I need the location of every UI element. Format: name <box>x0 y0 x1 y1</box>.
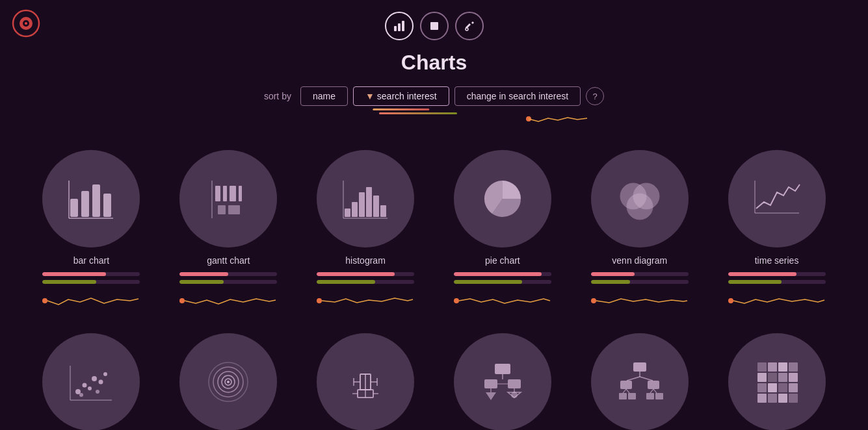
svg-point-37 <box>83 383 87 388</box>
gantt-chart-sparkline <box>179 288 277 314</box>
svg-rect-25 <box>359 192 365 217</box>
svg-line-81 <box>650 389 653 393</box>
pie-chart-sparkline <box>454 288 551 314</box>
heat-map-item[interactable]: heat map <box>711 333 842 430</box>
charts-grid-row2: scatter plot contour line <box>0 333 868 430</box>
svg-rect-13 <box>103 194 111 217</box>
gantt-chart-icon <box>179 150 277 247</box>
time-series-item[interactable]: time series <box>711 150 842 327</box>
decision-tree-icon <box>591 333 689 430</box>
svg-rect-94 <box>789 373 798 382</box>
svg-rect-89 <box>778 362 787 372</box>
decision-tree-item[interactable]: decision tree <box>574 333 705 430</box>
box-plot-item[interactable]: box plot <box>300 333 431 430</box>
svg-rect-17 <box>215 186 220 201</box>
svg-rect-77 <box>620 381 632 389</box>
svg-rect-27 <box>373 196 379 217</box>
block-diagram-icon <box>454 333 551 430</box>
svg-point-33 <box>627 194 653 220</box>
svg-rect-84 <box>628 393 636 399</box>
help-button[interactable]: ? <box>586 87 604 105</box>
histogram-interest-bar <box>317 272 414 276</box>
svg-rect-22 <box>228 205 240 214</box>
time-series-sparkline <box>728 288 826 314</box>
venn-diagram-label: venn diagram <box>612 255 667 266</box>
svg-rect-23 <box>345 209 350 217</box>
svg-rect-24 <box>352 202 358 217</box>
bar-chart-sparkline <box>42 288 140 314</box>
svg-rect-21 <box>218 205 226 214</box>
svg-line-80 <box>626 389 629 393</box>
venn-diagram-item[interactable]: venn diagram <box>574 150 705 327</box>
pie-chart-icon <box>454 150 551 247</box>
contour-line-item[interactable]: contour line <box>163 333 294 430</box>
venn-diagram-interest-bar <box>591 272 689 276</box>
time-series-icon <box>728 150 826 247</box>
svg-rect-10 <box>70 199 78 217</box>
sort-bar: sort by name ▼search interest change in … <box>0 86 868 106</box>
svg-point-3 <box>25 22 27 25</box>
contour-line-icon <box>179 333 277 430</box>
charts-grid-row1: bar chart gantt chart <box>0 150 868 327</box>
svg-rect-26 <box>366 187 372 217</box>
bar-chart-icon <box>42 150 140 247</box>
svg-rect-101 <box>778 394 787 403</box>
block-diagram-item[interactable]: block diagram <box>437 333 568 430</box>
page-title: Charts <box>0 51 868 75</box>
gantt-chart-green-bar <box>179 280 277 284</box>
svg-rect-5 <box>398 23 401 31</box>
venn-diagram-green-bar <box>591 280 689 284</box>
svg-rect-85 <box>646 393 654 399</box>
svg-rect-95 <box>757 383 767 392</box>
gantt-chart-item[interactable]: gantt chart <box>163 150 294 327</box>
histogram-icon <box>317 150 414 247</box>
svg-rect-90 <box>789 362 798 372</box>
svg-rect-92 <box>768 373 777 382</box>
svg-point-40 <box>99 380 103 385</box>
venn-diagram-sparkline <box>591 288 689 314</box>
scatter-plot-icon <box>42 333 140 430</box>
time-series-label: time series <box>755 255 799 266</box>
svg-rect-97 <box>778 383 787 392</box>
svg-point-51 <box>227 381 230 383</box>
sort-search-interest-button[interactable]: ▼search interest <box>353 86 449 106</box>
box-plot-icon <box>317 333 414 430</box>
nav-stop-button[interactable] <box>420 12 449 40</box>
bar-chart-label: bar chart <box>73 255 109 266</box>
svg-point-36 <box>75 389 81 394</box>
gantt-chart-label: gantt chart <box>207 255 250 266</box>
svg-rect-7 <box>430 22 438 30</box>
sort-change-button[interactable]: change in search interest <box>454 86 581 106</box>
pie-chart-interest-bar <box>454 272 551 276</box>
svg-rect-87 <box>757 362 767 372</box>
time-series-interest-bar <box>728 272 826 276</box>
svg-rect-19 <box>230 186 236 201</box>
svg-rect-100 <box>768 394 777 403</box>
svg-rect-91 <box>757 373 767 382</box>
svg-rect-93 <box>778 373 787 382</box>
svg-line-76 <box>640 377 653 381</box>
svg-rect-78 <box>648 381 659 389</box>
scatter-plot-item[interactable]: scatter plot <box>26 333 157 430</box>
histogram-item[interactable]: histogram <box>300 150 431 327</box>
svg-rect-73 <box>633 362 646 372</box>
svg-point-38 <box>88 386 92 390</box>
svg-point-43 <box>96 390 99 394</box>
svg-rect-4 <box>394 26 397 31</box>
sort-name-button[interactable]: name <box>300 86 348 106</box>
heat-map-icon <box>728 333 826 430</box>
histogram-label: histogram <box>345 255 385 266</box>
bar-chart-item[interactable]: bar chart <box>26 150 157 327</box>
svg-rect-6 <box>402 21 404 31</box>
svg-rect-12 <box>92 184 100 217</box>
svg-rect-99 <box>757 394 767 403</box>
svg-rect-18 <box>223 186 227 201</box>
svg-line-82 <box>653 389 657 393</box>
nav-chart-button[interactable] <box>385 12 414 40</box>
sort-arrow: ▼ <box>365 91 375 101</box>
nav-tools-button[interactable] <box>455 12 484 40</box>
pie-chart-item[interactable]: pie chart <box>437 150 568 327</box>
svg-rect-65 <box>508 379 521 388</box>
svg-rect-20 <box>239 186 242 201</box>
svg-point-70 <box>511 392 518 398</box>
